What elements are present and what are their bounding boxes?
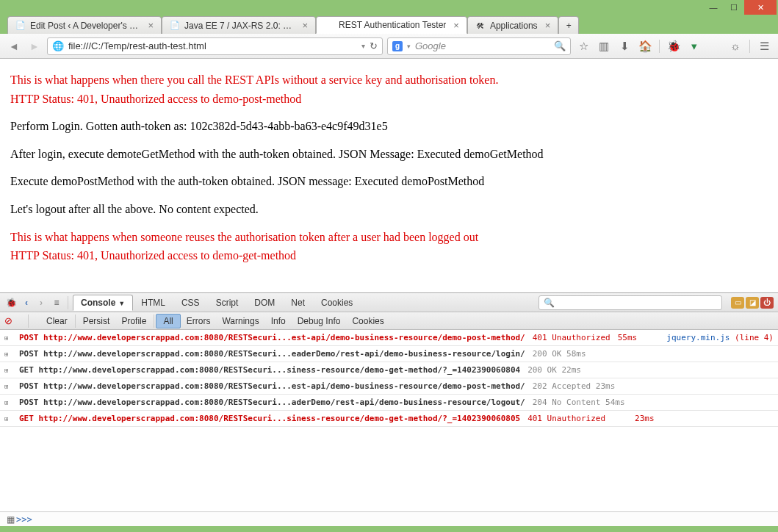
devtools-console-body: ⊞POST http://www.developerscrappad.com:8… [0,330,778,511]
devtools-panel-tab[interactable]: CSS [173,295,208,311]
toolbar-separator [749,40,750,53]
request-method-url: POST http://www.developerscrappad.com:80… [19,398,525,407]
addon-green-icon[interactable]: ▾ [686,38,702,54]
console-request-row[interactable]: ⊞POST http://www.developerscrappad.com:8… [0,378,778,395]
downloads-icon[interactable]: ⬇ [616,38,633,54]
tab-close-icon[interactable]: × [450,20,462,31]
console-expand-icon[interactable]: ▦ [4,514,16,525]
window-bottom-frame [0,526,778,532]
console-request-row[interactable]: ⊞GET http://www.developerscrappad.com:80… [0,411,778,427]
devtools-panel-tab[interactable]: Console▼ [73,295,133,311]
request-time: 23ms [635,414,655,423]
firebug-icon[interactable]: 🐞 [666,38,682,54]
reload-button[interactable]: ↻ [370,40,378,51]
browser-tabstrip: 📄Edit Post ‹ A Developer's Scrap...×📄Jav… [0,15,778,34]
devtools-panel-tab[interactable]: Net [283,295,313,311]
request-source[interactable]: jquery.min.js (line 4) [666,333,774,342]
search-engine-icon[interactable]: g [392,41,403,51]
request-status: 204 No Content 54ms [533,398,625,407]
content-line: This is what happens when there you call… [10,72,768,88]
expand-toggle-icon[interactable]: ⊞ [4,334,12,342]
home-icon[interactable]: 🏠 [637,38,653,54]
devtools-stop-icon[interactable]: ⊘ [4,315,16,326]
tab-favicon-icon [324,20,334,30]
search-submit-icon[interactable]: 🔍 [554,40,566,51]
request-status: 401 Unauthorized [533,333,610,342]
console-prompt[interactable]: >>> [16,514,32,525]
devtools-console-input-row: ▦ >>> [0,511,778,526]
new-tab-button[interactable]: + [558,16,579,34]
browser-tab[interactable]: 📄Java EE 7 / JAX-RS 2.0: Simple R...× [162,16,316,34]
console-request-row[interactable]: ⊞POST http://www.developerscrappad.com:8… [0,395,778,411]
tab-close-icon[interactable]: × [542,20,554,31]
search-bar[interactable]: g ▾ Google 🔍 [387,37,571,55]
devtools-console-filter[interactable]: Clear [40,314,73,328]
bookmark-star-icon[interactable]: ☆ [575,38,591,54]
url-bar[interactable]: 🌐 file:///C:/Temp/rest-auth-test.html ▾ … [47,37,383,55]
content-line: Let's logout after all the above. No con… [10,201,768,218]
devtools-panel: 🐞 ‹ › ≡ Console▼HTMLCSSScriptDOMNetCooki… [0,292,778,526]
nav-forward-button[interactable]: ► [26,38,43,54]
devtools-console-filter[interactable]: Warnings [216,314,264,328]
maximize-button[interactable]: ☐ [724,1,744,14]
close-button[interactable]: ✕ [744,0,777,15]
browser-navbar: ◄ ► 🌐 file:///C:/Temp/rest-auth-test.htm… [0,34,778,59]
content-line: This is what happens when someone reuses… [10,229,768,245]
devtools-close-button[interactable]: ⏻ [760,297,774,309]
devtools-panel-tab[interactable]: HTML [133,295,173,311]
browser-tab[interactable]: 📄Edit Post ‹ A Developer's Scrap...× [7,16,162,34]
menu-icon[interactable]: ☰ [756,38,772,54]
console-request-row[interactable]: ⊞POST http://www.developerscrappad.com:8… [0,346,778,362]
addon-square-icon[interactable] [707,38,723,54]
tab-favicon-icon: 🛠 [475,21,486,31]
devtools-detach-button[interactable]: ◪ [746,297,759,309]
url-dropdown-icon[interactable]: ▾ [361,42,365,50]
devtools-console-filter[interactable]: All [156,314,180,328]
nav-back-button[interactable]: ◄ [6,38,22,54]
tab-close-icon[interactable]: × [145,20,156,31]
minimize-button[interactable]: — [703,1,724,14]
search-engine-dropdown-icon[interactable]: ▾ [407,43,411,50]
content-line: HTTP Status: 401, Unauthorized access to… [10,248,768,264]
devtools-console-filter[interactable]: Profile [115,314,152,328]
content-line: HTTP Status: 401, Unauthorized access to… [10,91,768,107]
expand-toggle-icon[interactable]: ⊞ [4,383,12,390]
toolbar-separator [68,296,68,309]
request-status: 200 OK 58ms [533,349,586,359]
request-source-line: (line 4) [735,333,774,342]
browser-tab[interactable]: REST Authentication Tester× [316,16,467,34]
expand-toggle-icon[interactable]: ⊞ [4,415,12,423]
tab-label: Applications [490,21,538,31]
devtools-panel-tab[interactable]: Cookies [313,295,361,311]
console-request-row[interactable]: ⊞GET http://www.developerscrappad.com:80… [0,362,778,378]
devtools-search-input[interactable]: 🔍 [539,295,722,310]
devtools-console-filter[interactable]: Debug Info [292,314,347,328]
console-request-row[interactable]: ⊞POST http://www.developerscrappad.com:8… [0,330,778,346]
expand-toggle-icon[interactable]: ⊞ [4,399,12,406]
tab-label: Edit Post ‹ A Developer's Scrap... [30,21,140,31]
devtools-console-filter[interactable]: Persist [77,314,116,328]
toolbar-separator [154,314,154,328]
request-status: 200 OK 22ms [527,365,581,375]
devtools-back-button[interactable]: ‹ [21,298,32,308]
addon-sun-icon[interactable]: ☼ [727,38,743,54]
devtools-panel-tab[interactable]: DOM [246,295,283,311]
tab-close-icon[interactable]: × [299,20,311,31]
search-icon: 🔍 [544,298,555,308]
request-method-url: GET http://www.developerscrappad.com:808… [19,414,520,423]
firebug-small-icon[interactable]: 🐞 [4,296,18,309]
expand-toggle-icon[interactable]: ⊞ [4,367,12,374]
search-placeholder: Google [415,40,550,51]
tab-favicon-icon: 📄 [170,21,180,31]
devtools-console-filter[interactable]: Cookies [346,314,389,328]
toolbar-separator [659,40,660,53]
devtools-minimize-button[interactable]: ▭ [731,297,744,309]
devtools-console-filter[interactable]: Info [265,314,292,328]
reading-list-icon[interactable]: ▥ [596,38,612,54]
expand-toggle-icon[interactable]: ⊞ [4,351,12,358]
devtools-panel-tab[interactable]: Script [208,295,247,311]
devtools-console-filter[interactable]: Errors [181,314,217,328]
browser-tab[interactable]: 🛠Applications× [467,16,558,34]
devtools-forward-button[interactable]: › [35,298,47,308]
devtools-lines-icon[interactable]: ≡ [50,296,63,309]
